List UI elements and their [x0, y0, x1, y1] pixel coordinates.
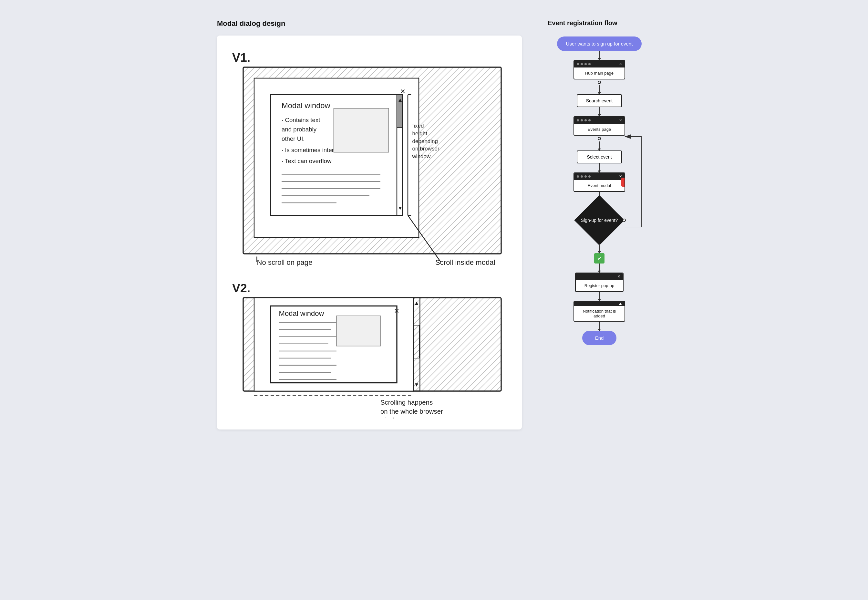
- arrow-2: [599, 85, 600, 94]
- svg-text:▲: ▲: [414, 300, 420, 306]
- green-check-button[interactable]: ✓: [594, 253, 604, 264]
- hub-content: Hub main page: [574, 68, 624, 79]
- svg-text:and probably: and probably: [282, 126, 317, 133]
- hub-browser-bar: ✕: [574, 61, 624, 68]
- svg-text:window: window: [380, 417, 402, 418]
- modal-content: Event modal: [574, 180, 624, 191]
- arrow-3: [599, 107, 600, 116]
- arrow-5: [599, 164, 600, 173]
- svg-text:other UI.: other UI.: [282, 135, 305, 142]
- svg-text:on browser: on browser: [412, 145, 439, 152]
- dot2: [580, 63, 583, 65]
- search-event-node: Search event: [548, 94, 651, 107]
- sketch-title: Modal dialog design: [217, 20, 522, 28]
- decision-node: Sign-up for event?: [548, 201, 651, 244]
- svg-text:✕: ✕: [394, 308, 400, 315]
- svg-text:· Contains text: · Contains text: [282, 117, 320, 123]
- svg-text:V1.: V1.: [232, 51, 250, 64]
- svg-rect-51: [414, 325, 420, 358]
- select-event-rect: Select event: [577, 150, 622, 164]
- svg-text:✕: ✕: [400, 88, 406, 95]
- main-container: Modal dialog design V1.: [217, 13, 651, 436]
- hub-browser: ✕ Hub main page: [574, 60, 625, 79]
- notification-triangle: [619, 303, 622, 305]
- register-bar: ✕: [576, 273, 623, 280]
- svg-text:· Text can overflow: · Text can overflow: [282, 158, 332, 164]
- notification-box: Notification that is added: [574, 301, 625, 322]
- svg-text:Scrolling happens: Scrolling happens: [380, 399, 433, 406]
- svg-rect-11: [334, 109, 389, 152]
- svg-text:Scroll inside modal: Scroll inside modal: [435, 258, 495, 267]
- arrow-7: [599, 244, 600, 253]
- svg-text:Modal window: Modal window: [282, 102, 331, 110]
- arrow-10: [599, 322, 600, 331]
- svg-rect-48: [336, 316, 380, 346]
- hub-page-node: ✕ Hub main page: [548, 60, 651, 85]
- notification-bar: [574, 302, 624, 306]
- svg-text:height: height: [412, 130, 427, 136]
- register-browser: ✕ Register pop-up: [575, 273, 624, 292]
- dot7: [585, 119, 587, 121]
- end-oval: End: [582, 331, 617, 345]
- end-node: End: [548, 331, 651, 345]
- sketch-drawing: V1. Modal win: [227, 45, 512, 418]
- dot11: [585, 175, 587, 177]
- svg-text:V2.: V2.: [232, 281, 250, 295]
- event-modal-browser: ✕ Event modal ✕: [574, 173, 625, 192]
- notification-content: Notification that is added: [574, 306, 624, 321]
- modal-browser-bar: ✕: [574, 173, 624, 180]
- sketch-card: V1. Modal win: [217, 35, 522, 429]
- arrow-1: [599, 51, 600, 60]
- dot3: [585, 63, 587, 65]
- events-page-container: ✕ Events page: [548, 116, 651, 141]
- svg-text:Modal window: Modal window: [279, 309, 324, 317]
- events-circle: [598, 137, 601, 140]
- dot4: [588, 63, 591, 65]
- dot12: [588, 175, 591, 177]
- events-content: Events page: [574, 124, 624, 135]
- select-event-node: Select event: [548, 150, 651, 164]
- hub-circle: [598, 81, 601, 84]
- green-btn-node: ✓: [548, 253, 651, 264]
- start-oval: User wants to sign up for event: [557, 36, 642, 51]
- register-content: Register pop-up: [576, 280, 623, 291]
- arrow-8: [599, 264, 600, 273]
- red-x-button[interactable]: ✕: [621, 177, 625, 186]
- svg-text:fixed: fixed: [412, 123, 424, 129]
- flowchart: User wants to sign up for event ✕ Hub ma…: [548, 36, 651, 345]
- hub-close: ✕: [619, 62, 622, 66]
- events-close: ✕: [619, 118, 622, 122]
- events-browser: ✕ Events page: [574, 116, 625, 136]
- arrow-4: [599, 141, 600, 150]
- sketch-section: Modal dialog design V1.: [217, 13, 522, 436]
- flowchart-section: Event registration flow User wants to si…: [548, 13, 651, 436]
- dot10: [580, 175, 583, 177]
- search-event-rect: Search event: [577, 94, 622, 107]
- notification-node: Notification that is added: [548, 301, 651, 322]
- svg-text:No scroll on page: No scroll on page: [257, 258, 313, 267]
- register-close: ✕: [617, 275, 620, 278]
- dot9: [577, 175, 579, 177]
- dot1: [577, 63, 579, 65]
- flowchart-title: Event registration flow: [548, 20, 651, 27]
- svg-text:depending: depending: [412, 138, 438, 144]
- register-popup-node: ✕ Register pop-up: [548, 273, 651, 292]
- decision-text: Sign-up for event?: [581, 217, 618, 223]
- diamond-wrapper: Sign-up for event?: [577, 201, 622, 239]
- svg-text:▲: ▲: [397, 97, 403, 103]
- event-modal-container: ✕ Event modal ✕: [548, 173, 651, 192]
- start-node: User wants to sign up for event: [548, 36, 651, 51]
- svg-text:▼: ▼: [414, 382, 420, 388]
- svg-text:▼: ▼: [397, 205, 403, 211]
- dot6: [580, 119, 583, 121]
- arrow-9: [599, 292, 600, 301]
- events-browser-bar: ✕: [574, 117, 624, 124]
- dot5: [577, 119, 579, 121]
- svg-text:on the whole browser: on the whole browser: [380, 408, 443, 415]
- dot8: [588, 119, 591, 121]
- svg-text:window: window: [412, 153, 431, 159]
- no-circle: [623, 219, 626, 222]
